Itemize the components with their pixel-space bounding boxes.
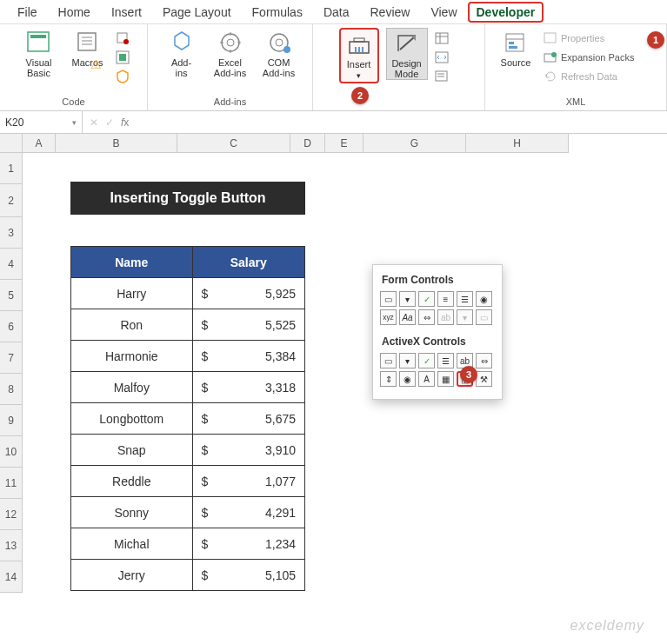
ax-image-icon[interactable]: ▦ [437, 371, 454, 387]
com-addins-button[interactable]: COM Add-ins [258, 28, 300, 78]
cell-name[interactable]: Harry [71, 278, 193, 309]
ax-checkbox-icon[interactable]: ✓ [418, 353, 435, 368]
cell-name[interactable]: Longbottom [71, 403, 193, 435]
form-combo-icon[interactable]: ▾ [399, 291, 416, 307]
table-row[interactable]: Malfoy$3,318 [71, 372, 305, 403]
tab-formulas[interactable]: Formulas [242, 2, 313, 23]
row-header-6[interactable]: 6 [0, 311, 23, 342]
row-header-1[interactable]: 1 [0, 153, 23, 184]
row-header-9[interactable]: 9 [0, 405, 23, 436]
form-button-icon[interactable]: ▭ [380, 291, 397, 307]
visual-basic-button[interactable]: Visual Basic [18, 28, 60, 78]
ax-spin-icon[interactable]: ⇕ [380, 371, 397, 387]
col-header-D[interactable]: D [290, 134, 325, 153]
form-checkbox-icon[interactable]: ✓ [418, 291, 435, 307]
col-header-B[interactable]: B [56, 134, 177, 153]
ax-list-icon[interactable]: ☰ [437, 353, 454, 368]
ax-option-icon[interactable]: ◉ [399, 371, 416, 387]
relative-ref-button[interactable] [116, 49, 130, 66]
select-all-corner[interactable] [0, 134, 23, 153]
cell-name[interactable]: Jerry [71, 560, 193, 591]
tab-review[interactable]: Review [360, 2, 421, 23]
design-mode-button[interactable]: Design Mode [386, 28, 428, 80]
cell-salary[interactable]: $3,318 [192, 372, 304, 403]
cell-salary[interactable]: $5,925 [192, 278, 304, 309]
record-macro-button[interactable] [116, 30, 130, 47]
run-dialog-button[interactable] [435, 68, 449, 85]
refresh-data-button[interactable]: Refresh Data [544, 68, 657, 85]
form-spin-icon[interactable]: ≡ [437, 291, 454, 307]
cell-name[interactable]: Malfoy [71, 372, 193, 403]
grid-area[interactable]: Inserting Toggle Button Name Salary Harr… [23, 153, 667, 593]
table-row[interactable]: Jerry$5,105 [71, 560, 305, 591]
col-header-E[interactable]: E [325, 134, 364, 153]
ax-more-icon[interactable]: ⚒ [476, 371, 492, 387]
form-scroll-icon[interactable]: ⇔ [418, 309, 435, 325]
row-header-10[interactable]: 10 [0, 436, 23, 468]
formula-bar[interactable]: ✕ ✓ fx [83, 116, 136, 129]
row-header-4[interactable]: 4 [0, 249, 23, 280]
ax-combo-icon[interactable]: ▾ [399, 353, 416, 368]
cell-salary[interactable]: $5,525 [192, 309, 304, 341]
form-text-icon[interactable]: ab [437, 309, 454, 325]
row-header-13[interactable]: 13 [0, 530, 23, 561]
cell-salary[interactable]: $5,384 [192, 341, 304, 372]
table-row[interactable]: Snap$3,910 [71, 435, 305, 466]
row-header-11[interactable]: 11 [0, 468, 23, 499]
cell-name[interactable]: Snap [71, 435, 193, 466]
form-combo2-icon[interactable]: ▾ [457, 309, 473, 325]
table-row[interactable]: Longbottom$5,675 [71, 403, 305, 435]
form-list-icon[interactable]: ☰ [457, 291, 473, 307]
col-header-G[interactable]: G [364, 134, 466, 153]
table-row[interactable]: Ron$5,525 [71, 309, 305, 341]
excel-addins-button[interactable]: Excel Add-ins [210, 28, 251, 78]
row-header-3[interactable]: 3 [0, 217, 23, 249]
cell-name[interactable]: Ron [71, 309, 193, 341]
cell-salary[interactable]: $1,234 [192, 528, 304, 560]
tab-insert[interactable]: Insert [101, 2, 152, 23]
tab-developer[interactable]: Developer [468, 2, 544, 23]
cell-salary[interactable]: $4,291 [192, 497, 304, 528]
table-row[interactable]: Reddle$1,077 [71, 466, 305, 497]
cell-name[interactable]: Reddle [71, 466, 193, 497]
tab-data[interactable]: Data [313, 2, 360, 23]
table-row[interactable]: Sonny$4,291 [71, 497, 305, 528]
addins-button[interactable]: Add- ins [161, 28, 203, 78]
table-row[interactable]: Harry$5,925 [71, 278, 305, 309]
macros-button[interactable]: Macros ⚠ [67, 28, 109, 83]
cell-name[interactable]: Harmonie [71, 341, 193, 372]
view-code-button[interactable] [435, 49, 449, 66]
name-box[interactable]: K20 ▾ [0, 111, 83, 133]
map-properties-button[interactable]: Properties [544, 30, 657, 47]
tab-home[interactable]: Home [48, 2, 101, 23]
cell-salary[interactable]: $1,077 [192, 466, 304, 497]
ax-button-icon[interactable]: ▭ [380, 353, 397, 368]
ax-scroll-icon[interactable]: ⇔ [476, 353, 492, 368]
row-header-8[interactable]: 8 [0, 374, 23, 405]
macro-security-button[interactable] [116, 68, 130, 85]
table-row[interactable]: Michal$1,234 [71, 528, 305, 560]
row-header-2[interactable]: 2 [0, 184, 23, 217]
cell-salary[interactable]: $5,675 [192, 403, 304, 435]
cell-salary[interactable]: $3,910 [192, 435, 304, 466]
form-edit-icon[interactable]: ▭ [476, 309, 492, 325]
form-label-icon[interactable]: Aa [399, 309, 416, 325]
row-header-7[interactable]: 7 [0, 342, 23, 374]
tab-file[interactable]: File [7, 2, 48, 23]
expansion-packs-button[interactable]: Expansion Packs [544, 49, 657, 66]
col-header-A[interactable]: A [23, 134, 56, 153]
col-header-C[interactable]: C [177, 134, 290, 153]
tab-page-layout[interactable]: Page Layout [152, 2, 242, 23]
row-header-5[interactable]: 5 [0, 280, 23, 311]
form-option-icon[interactable]: ◉ [476, 291, 492, 307]
source-button[interactable]: Source [495, 28, 537, 68]
cell-salary[interactable]: $5,105 [192, 560, 304, 591]
ax-label-icon[interactable]: A [418, 371, 435, 387]
row-header-12[interactable]: 12 [0, 499, 23, 530]
row-header-14[interactable]: 14 [0, 561, 23, 593]
cell-name[interactable]: Michal [71, 528, 193, 560]
control-properties-button[interactable] [435, 30, 449, 47]
tab-view[interactable]: View [420, 2, 467, 23]
insert-controls-button[interactable]: Insert ▾ [339, 28, 379, 83]
table-row[interactable]: Harmonie$5,384 [71, 341, 305, 372]
